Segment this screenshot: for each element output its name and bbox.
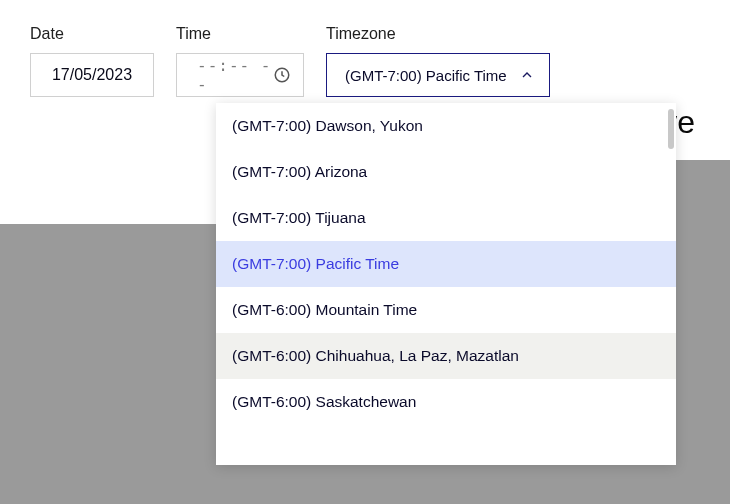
time-input[interactable]: --:-- -- bbox=[176, 53, 304, 97]
timezone-label: Timezone bbox=[326, 25, 550, 43]
timezone-option[interactable]: (GMT-7:00) Tijuana bbox=[216, 195, 676, 241]
time-field-group: Time --:-- -- bbox=[176, 25, 304, 97]
timezone-option[interactable]: (GMT-7:00) Arizona bbox=[216, 149, 676, 195]
time-placeholder: --:-- -- bbox=[197, 56, 273, 94]
date-input[interactable] bbox=[30, 53, 154, 97]
fields-row: Date Time --:-- -- Timezone (GMT-7:00) P… bbox=[30, 25, 594, 97]
timezone-selected-value: (GMT-7:00) Pacific Time bbox=[345, 67, 507, 84]
timezone-dropdown: (GMT-7:00) Dawson, Yukon(GMT-7:00) Arizo… bbox=[216, 103, 676, 465]
timezone-dropdown-list[interactable]: (GMT-7:00) Dawson, Yukon(GMT-7:00) Arizo… bbox=[216, 103, 676, 465]
time-label: Time bbox=[176, 25, 304, 43]
date-label: Date bbox=[30, 25, 154, 43]
date-field-group: Date bbox=[30, 25, 154, 97]
timezone-select[interactable]: (GMT-7:00) Pacific Time bbox=[326, 53, 550, 97]
clock-icon bbox=[273, 66, 291, 84]
timezone-field-group: Timezone (GMT-7:00) Pacific Time bbox=[326, 25, 550, 97]
timezone-option[interactable]: (GMT-6:00) Mountain Time bbox=[216, 287, 676, 333]
chevron-up-icon bbox=[519, 67, 535, 83]
timezone-option[interactable]: (GMT-7:00) Pacific Time bbox=[216, 241, 676, 287]
timezone-option[interactable]: (GMT-6:00) Saskatchewan bbox=[216, 379, 676, 425]
timezone-option[interactable]: (GMT-6:00) Chihuahua, La Paz, Mazatlan bbox=[216, 333, 676, 379]
scrollbar-thumb[interactable] bbox=[668, 109, 674, 149]
timezone-option[interactable]: (GMT-7:00) Dawson, Yukon bbox=[216, 103, 676, 149]
